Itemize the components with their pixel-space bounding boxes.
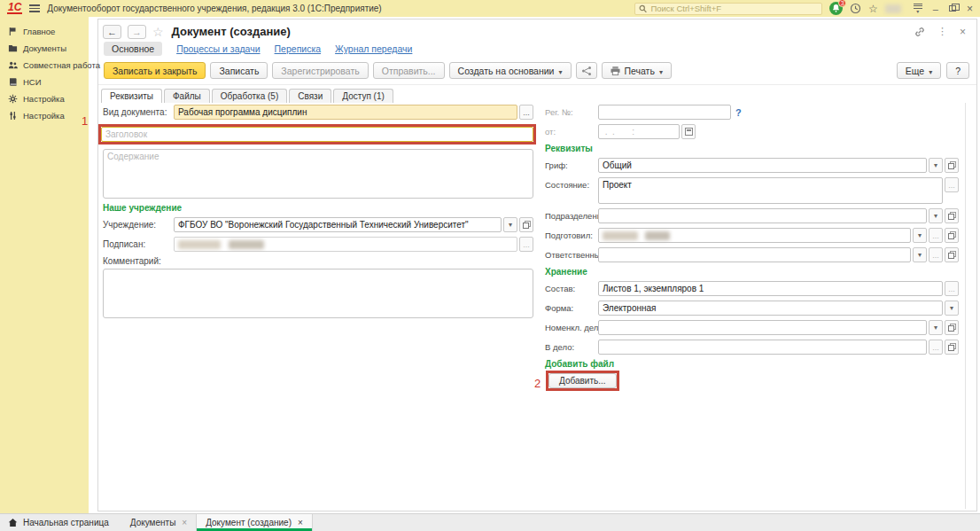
add-file-header[interactable]: Добавить файл [545,359,959,369]
prepared-choose-button[interactable] [929,228,943,243]
tab-transfer-log[interactable]: Журнал передачи [335,43,412,54]
doc-kind-choose-button[interactable] [519,105,533,120]
register-button[interactable]: Зарегистрировать [272,62,368,79]
sidebar-item-documents[interactable]: Документы [0,40,89,57]
favorites-star-icon[interactable] [868,3,878,15]
search-input[interactable] [650,4,818,13]
department-field[interactable] [598,208,927,223]
toolbar-right: Еще ? [897,62,969,79]
save-and-close-button[interactable]: Записать и закрыть [104,62,206,79]
institution-open-button[interactable] [519,217,533,232]
open-icon [948,324,956,332]
responsible-open-button[interactable] [945,247,959,262]
prepared-row: Подготовил: [545,228,959,243]
sidebar-item-collaboration[interactable]: Совместная работа [0,57,89,74]
grif-open-button[interactable] [945,158,959,173]
sidebar-item-main[interactable]: Главное [0,23,89,40]
responsible-choose-button[interactable] [929,247,943,262]
signed-choose-button[interactable] [519,237,533,252]
department-open-button[interactable] [945,208,959,223]
state-row: Состояние: Проект [545,177,959,204]
case-field[interactable] [598,340,927,355]
responsible-field[interactable] [598,247,911,262]
department-label: Подразделение: [545,211,598,221]
notifications-button[interactable]: 3 [829,2,843,15]
form-kind-dropdown-button[interactable] [945,301,959,316]
case-open-button[interactable] [945,340,959,355]
annotation-number-2: 2 [534,377,541,390]
sidebar-item-settings[interactable]: Настройка [0,90,89,107]
minimize-icon[interactable] [933,4,938,14]
composition-choose-button[interactable] [945,281,959,296]
title-field[interactable] [101,127,533,142]
home-icon [8,518,18,527]
form-tab-access[interactable]: Доступ (1) [333,89,393,104]
history-button[interactable] [850,3,861,14]
form-kind-field[interactable] [598,301,943,316]
date-field[interactable] [598,124,680,139]
nomenclature-dropdown-button[interactable] [929,320,943,335]
nomenclature-field[interactable] [598,320,927,335]
prepared-open-button[interactable] [945,228,959,243]
add-file-row: 2 Добавить... [545,371,959,391]
global-search[interactable] [634,3,822,15]
state-field[interactable]: Проект [598,177,943,204]
date-row: от: [545,124,959,139]
favorite-star-icon[interactable] [152,25,164,39]
calendar-button[interactable] [681,124,696,139]
state-choose-button[interactable] [945,177,959,192]
open-icon [948,161,956,169]
form-tab-files[interactable]: Файлы [164,89,210,104]
signed-field-blurred[interactable] [174,237,517,252]
grif-field[interactable] [598,158,927,173]
send-button[interactable]: Отправить... [373,62,445,79]
form-tab-links[interactable]: Связи [289,89,331,104]
forward-button[interactable] [128,25,146,39]
print-button[interactable]: Печать [602,62,672,79]
close-icon[interactable] [182,518,187,527]
window-tab-documents[interactable]: Документы [121,514,197,531]
case-choose-button[interactable] [929,340,943,355]
department-dropdown-button[interactable] [929,208,943,223]
doc-kind-field[interactable] [174,105,517,120]
tab-correspondence[interactable]: Переписка [275,43,322,54]
close-icon[interactable] [298,518,303,527]
tab-processes[interactable]: Процессы и задачи [176,43,260,54]
close-window-icon[interactable] [967,3,973,15]
create-based-on-button[interactable]: Создать на основании [449,62,572,79]
close-tab-icon[interactable] [960,26,966,38]
responsible-dropdown-button[interactable] [913,247,927,262]
link-icon[interactable] [914,27,925,37]
add-file-button[interactable]: Добавить... [548,373,617,388]
more-button[interactable]: Еще [897,62,941,79]
institution-dropdown-button[interactable] [503,217,517,232]
reg-help-mark[interactable]: ? [735,107,742,118]
share-icon [581,66,592,76]
comment-field[interactable] [103,269,533,318]
window-tab-document-create[interactable]: Документ (создание) [197,514,313,531]
restore-icon[interactable] [949,5,956,12]
institution-field[interactable] [174,217,502,232]
prepared-dropdown-button[interactable] [913,228,927,243]
save-button[interactable]: Записать [210,62,268,79]
open-icon [948,343,956,351]
more-menu-icon[interactable] [937,26,947,37]
open-icon [948,231,956,239]
home-page-button[interactable]: Начальная страница [0,514,121,531]
help-button[interactable]: ? [946,62,969,79]
prepared-field-blurred[interactable] [598,228,911,243]
reg-number-field[interactable] [598,105,731,120]
back-button[interactable] [103,25,121,39]
sidebar-item-settings-2[interactable]: Настройка [0,107,89,124]
main-menu-icon[interactable] [29,4,40,12]
content-field[interactable] [103,149,533,199]
composition-field[interactable] [598,281,943,296]
share-button[interactable] [576,62,597,79]
nomenclature-open-button[interactable] [945,320,959,335]
form-tab-processing[interactable]: Обработка (5) [212,89,287,104]
service-menu-icon[interactable]: ▾ [914,4,922,13]
grif-dropdown-button[interactable] [929,158,943,173]
sidebar-item-nsi[interactable]: НСИ [0,74,89,90]
tab-main[interactable]: Основное [104,42,162,56]
blurred-name [603,231,638,240]
